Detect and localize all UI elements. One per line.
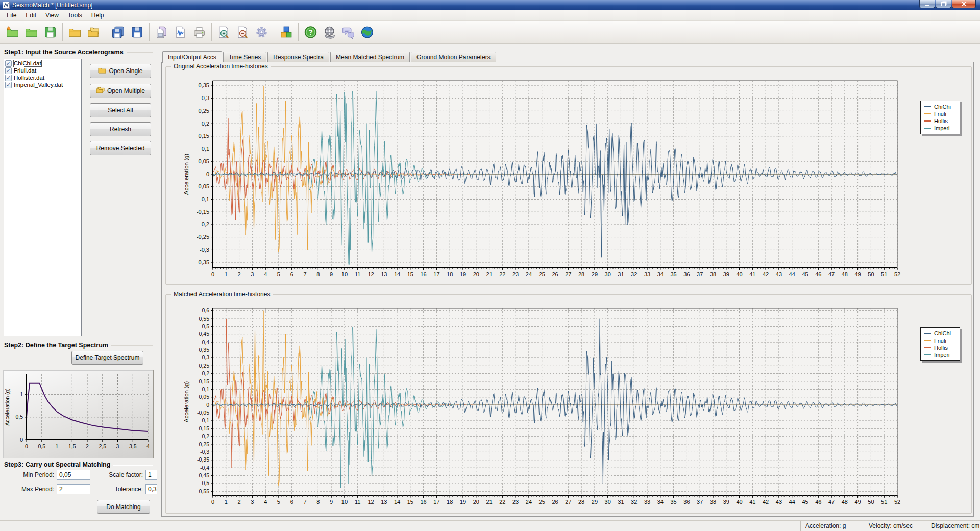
- accelerogram-file-list[interactable]: ✓ChiChi.dat✓Friuli.dat✓Hollister.dat✓Imp…: [4, 59, 82, 336]
- svg-text:27: 27: [565, 271, 571, 277]
- svg-text:0,2: 0,2: [202, 370, 209, 376]
- open-project-button[interactable]: [22, 22, 41, 42]
- seismomatch-window: SeismoMatch * [Untitled.smp] FileEditVie…: [0, 0, 980, 531]
- define-target-spectrum-button[interactable]: Define Target Spectrum: [71, 351, 143, 365]
- open-multiple-button[interactable]: Open Multiple: [90, 84, 151, 98]
- file-checkbox[interactable]: ✓: [5, 75, 12, 81]
- file-row-imperial-valley-dat[interactable]: ✓Imperial_Valley.dat: [5, 81, 81, 88]
- svg-text:34: 34: [657, 271, 664, 277]
- svg-text:46: 46: [815, 271, 821, 277]
- svg-text:26: 26: [552, 271, 558, 277]
- tab-mean-matched-spectrum[interactable]: Mean Matched Spectrum: [330, 52, 410, 62]
- file-row-hollister-dat[interactable]: ✓Hollister.dat: [5, 74, 81, 81]
- accelerogram-page-button[interactable]: [171, 22, 190, 42]
- window-title: SeismoMatch * [Untitled.smp]: [12, 2, 92, 9]
- zoom-out-button[interactable]: [233, 22, 252, 42]
- svg-text:5: 5: [277, 271, 280, 277]
- status-velocity: Velocity: cm/sec: [864, 521, 926, 531]
- tab-time-series[interactable]: Time Series: [223, 52, 267, 62]
- app-icon: [3, 2, 10, 9]
- menu-file[interactable]: File: [2, 11, 21, 20]
- legend-swatch: [924, 347, 931, 348]
- svg-text:-0,1: -0,1: [200, 196, 209, 202]
- title-bar[interactable]: SeismoMatch * [Untitled.smp]: [0, 0, 980, 10]
- tab-input-output-accs[interactable]: Input/Output Accs: [162, 51, 222, 63]
- svg-text:0,25: 0,25: [199, 363, 210, 369]
- toolbar-separator: [149, 23, 150, 41]
- svg-text:41: 41: [749, 499, 755, 505]
- svg-text:36: 36: [683, 499, 690, 505]
- matched-acceleration-chart: 0,60,550,50,450,40,350,30,250,20,150,10,…: [166, 295, 971, 513]
- zoom-in-button[interactable]: [214, 22, 233, 42]
- print-button[interactable]: [190, 22, 209, 42]
- file-row-friuli-dat[interactable]: ✓Friuli.dat: [5, 67, 81, 74]
- svg-text:-0,3: -0,3: [200, 247, 209, 253]
- settings-gear-button[interactable]: [252, 22, 271, 42]
- legend-swatch: [924, 113, 931, 114]
- menu-tools[interactable]: Tools: [63, 11, 87, 20]
- svg-text:47: 47: [828, 271, 835, 277]
- open-single-button[interactable]: Open Single: [90, 64, 151, 78]
- svg-text:-0,25: -0,25: [197, 234, 209, 240]
- save-project-button[interactable]: [41, 22, 60, 42]
- select-all-button[interactable]: Select All: [90, 103, 151, 117]
- do-matching-button[interactable]: Do Matching: [97, 500, 150, 514]
- open-folder-button[interactable]: [65, 22, 84, 42]
- legend-item-chichi: ChiChi: [924, 330, 957, 337]
- close-button[interactable]: [952, 0, 976, 8]
- menu-help[interactable]: Help: [87, 11, 109, 20]
- copy-page-button[interactable]: [152, 22, 171, 42]
- feedback-chat-button[interactable]: [339, 22, 358, 42]
- refresh-button[interactable]: Refresh: [90, 122, 151, 136]
- modules-cubes-button[interactable]: [277, 22, 296, 42]
- menu-view[interactable]: View: [41, 11, 63, 20]
- file-checkbox[interactable]: ✓: [5, 67, 12, 74]
- min-period-input[interactable]: [57, 470, 90, 480]
- svg-text:0,25: 0,25: [199, 108, 209, 114]
- save-as-button[interactable]: [128, 22, 146, 42]
- file-row-chichi-dat[interactable]: ✓ChiChi.dat: [5, 60, 81, 67]
- file-checkbox[interactable]: ✓: [5, 60, 12, 67]
- legend-label: Imperi: [934, 125, 950, 131]
- svg-text:-0,35: -0,35: [197, 456, 209, 463]
- svg-text:-0,1: -0,1: [200, 417, 209, 423]
- minimize-button[interactable]: [919, 0, 935, 8]
- svg-text:21: 21: [486, 499, 492, 505]
- file-checkbox[interactable]: ✓: [5, 82, 12, 88]
- svg-text:40: 40: [736, 271, 742, 277]
- target-spectrum-preview-chart: 00,511,522,533,5400,51Acceleration (g): [3, 370, 154, 458]
- menu-edit[interactable]: Edit: [21, 11, 41, 20]
- svg-text:-0,25: -0,25: [197, 441, 209, 447]
- svg-text:30: 30: [605, 499, 611, 505]
- svg-text:51: 51: [881, 499, 887, 505]
- remove-selected-button[interactable]: Remove Selected: [90, 141, 151, 155]
- svg-text:0,1: 0,1: [202, 386, 209, 392]
- tab-ground-motion-parameters[interactable]: Ground Motion Parameters: [411, 52, 496, 62]
- svg-text:44: 44: [789, 271, 795, 277]
- step2-heading: Step2: Define the Target Spectrum: [4, 342, 153, 349]
- svg-text:26: 26: [552, 499, 558, 505]
- tab-response-spectra[interactable]: Response Spectra: [267, 52, 329, 62]
- new-project-button[interactable]: [3, 22, 22, 42]
- svg-text:37: 37: [697, 499, 703, 505]
- svg-text:11: 11: [355, 499, 360, 505]
- status-displacement: Displacement: cm: [926, 521, 980, 531]
- legend-label: Imperi: [934, 352, 950, 358]
- legend-item-friuli: Friuli: [924, 110, 957, 117]
- svg-text:2: 2: [238, 271, 241, 277]
- svg-text:-0,3: -0,3: [200, 449, 209, 455]
- video-tutorials-button[interactable]: [320, 22, 339, 42]
- step1-heading: Step1: Input the Source Accelerograms: [4, 49, 153, 56]
- open-folders-button[interactable]: [84, 22, 103, 42]
- restore-button[interactable]: [936, 0, 951, 8]
- max-period-input[interactable]: [57, 484, 90, 494]
- save-all-button[interactable]: [109, 22, 128, 42]
- svg-text:18: 18: [447, 499, 453, 505]
- website-globe-button[interactable]: [358, 22, 377, 42]
- svg-text:-0,05: -0,05: [197, 409, 209, 416]
- svg-text:-0,2: -0,2: [200, 433, 209, 439]
- toolbar-separator: [274, 23, 274, 41]
- help-button[interactable]: ?: [301, 22, 320, 42]
- svg-text:50: 50: [868, 499, 874, 505]
- svg-text:0,5: 0,5: [202, 323, 209, 329]
